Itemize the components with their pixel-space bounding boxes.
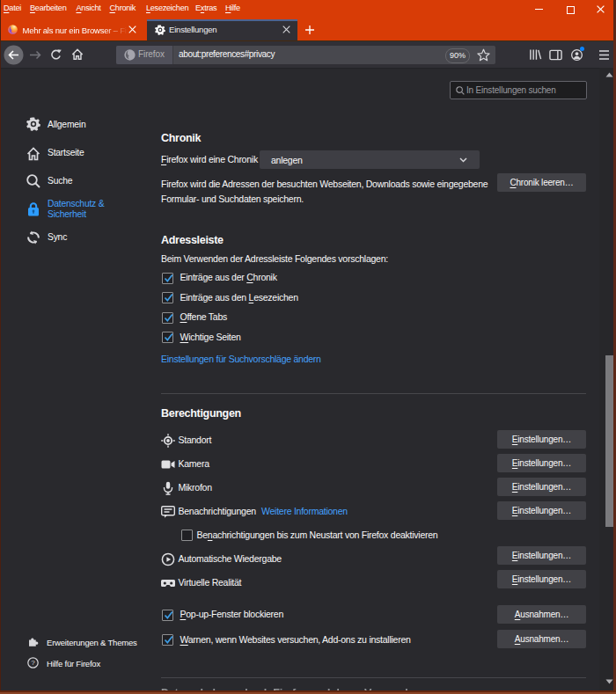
svg-text:?: ?: [31, 659, 35, 667]
